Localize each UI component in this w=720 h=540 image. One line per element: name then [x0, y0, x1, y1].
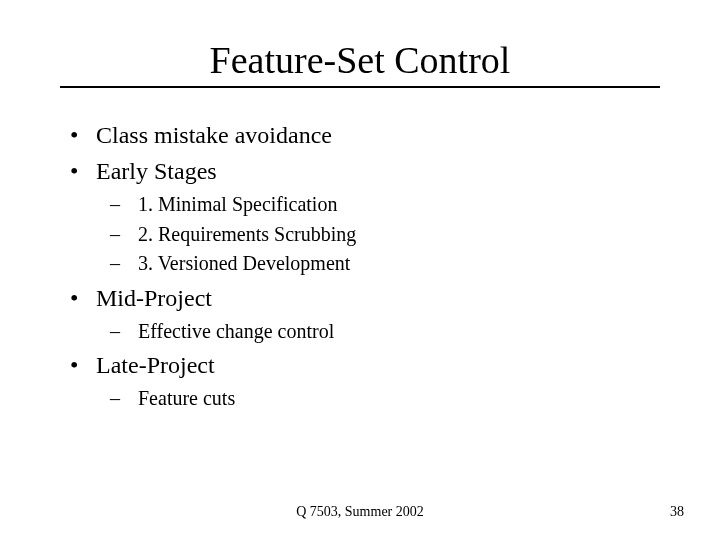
- bullet-item: Class mistake avoidance: [70, 120, 660, 150]
- footer-center: Q 7503, Summer 2002: [0, 504, 720, 520]
- sub-bullet-text: 3. Versioned Development: [138, 252, 350, 274]
- bullet-item: Early Stages 1. Minimal Specification 2.…: [70, 156, 660, 277]
- sub-bullet-list: Effective change control: [96, 319, 660, 345]
- sub-bullet-text: 1. Minimal Specification: [138, 193, 337, 215]
- sub-bullet-text: 2. Requirements Scrubbing: [138, 223, 356, 245]
- bullet-list: Class mistake avoidance Early Stages 1. …: [70, 120, 660, 412]
- bullet-item: Late-Project Feature cuts: [70, 350, 660, 412]
- sub-bullet-text: Feature cuts: [138, 387, 235, 409]
- bullet-text: Mid-Project: [96, 285, 212, 311]
- slide: Feature-Set Control Class mistake avoida…: [0, 0, 720, 540]
- sub-bullet-item: Feature cuts: [110, 386, 660, 412]
- sub-bullet-item: 3. Versioned Development: [110, 251, 660, 277]
- bullet-item: Mid-Project Effective change control: [70, 283, 660, 345]
- slide-title: Feature-Set Control: [210, 38, 511, 82]
- sub-bullet-list: 1. Minimal Specification 2. Requirements…: [96, 192, 660, 277]
- sub-bullet-list: Feature cuts: [96, 386, 660, 412]
- sub-bullet-item: 2. Requirements Scrubbing: [110, 222, 660, 248]
- bullet-text: Class mistake avoidance: [96, 122, 332, 148]
- slide-content: Class mistake avoidance Early Stages 1. …: [60, 88, 660, 412]
- sub-bullet-item: Effective change control: [110, 319, 660, 345]
- title-wrap: Feature-Set Control: [60, 38, 660, 88]
- bullet-text: Early Stages: [96, 158, 217, 184]
- sub-bullet-item: 1. Minimal Specification: [110, 192, 660, 218]
- page-number: 38: [670, 504, 684, 520]
- sub-bullet-text: Effective change control: [138, 320, 334, 342]
- bullet-text: Late-Project: [96, 352, 215, 378]
